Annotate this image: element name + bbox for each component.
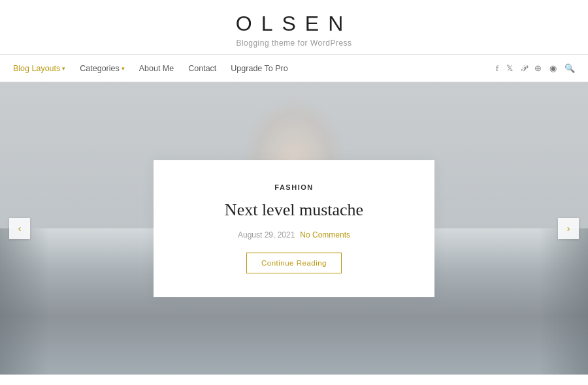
chevron-down-icon: ▾ (122, 65, 125, 72)
nav-label-contact: Contact (188, 64, 216, 73)
rss-icon[interactable]: ◉ (549, 63, 557, 74)
nav-left: Blog Layouts ▾ Categories ▾ About Me Con… (13, 64, 288, 73)
nav-item-blog-layouts[interactable]: Blog Layouts ▾ (13, 64, 65, 73)
nav-label-blog-layouts: Blog Layouts (13, 64, 60, 73)
globe-icon[interactable]: ⊕ (534, 63, 542, 74)
nav-label-about-me: About Me (139, 64, 174, 73)
main-nav: Blog Layouts ▾ Categories ▾ About Me Con… (0, 55, 588, 82)
nav-right: f 𝕏 𝒫 ⊕ ◉ 🔍 (496, 63, 575, 74)
slider-next-button[interactable]: › (558, 218, 579, 239)
site-title: OLSEN (0, 12, 588, 36)
card-meta: August 29, 2021 No Comments (180, 230, 408, 239)
card-date: August 29, 2021 (238, 230, 295, 239)
continue-reading-button[interactable]: Continue Reading (246, 253, 342, 273)
facebook-icon[interactable]: f (496, 63, 498, 74)
arrow-right-icon: › (567, 223, 570, 234)
nav-item-categories[interactable]: Categories ▾ (80, 64, 124, 73)
card-comments[interactable]: No Comments (300, 230, 350, 239)
nav-item-upgrade[interactable]: Upgrade To Pro (231, 64, 287, 73)
chevron-down-icon: ▾ (62, 65, 65, 72)
nav-label-categories: Categories (80, 64, 119, 73)
card-title: Next level mustache (180, 199, 408, 221)
nav-item-about-me[interactable]: About Me (139, 64, 174, 73)
hero-slider: ‹ Fashion Next level mustache August 29,… (0, 82, 588, 375)
slider-prev-button[interactable]: ‹ (9, 218, 30, 239)
card-category: Fashion (180, 183, 408, 191)
site-header: OLSEN Blogging theme for WordPress (0, 0, 588, 55)
twitter-icon[interactable]: 𝕏 (506, 63, 513, 74)
site-tagline: Blogging theme for WordPress (0, 38, 588, 48)
arrow-left-icon: ‹ (18, 223, 22, 234)
nav-label-upgrade: Upgrade To Pro (231, 64, 287, 73)
nav-item-contact[interactable]: Contact (188, 64, 216, 73)
pinterest-icon[interactable]: 𝒫 (521, 63, 527, 74)
search-icon[interactable]: 🔍 (564, 63, 575, 74)
hero-card: Fashion Next level mustache August 29, 2… (154, 160, 434, 297)
